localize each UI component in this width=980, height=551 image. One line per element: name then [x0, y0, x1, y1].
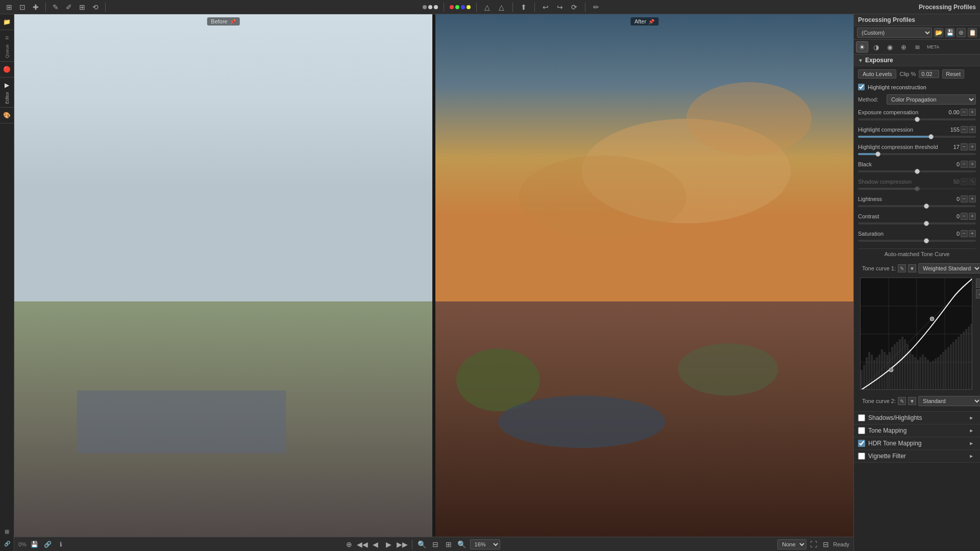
black-thumb[interactable]	[915, 169, 920, 174]
hct-plus[interactable]: +	[969, 143, 976, 151]
zoom-fit-icon[interactable]: ⊟	[430, 539, 440, 549]
tc-side-btn-2[interactable]: ↔	[976, 289, 980, 298]
vignette-filter-title[interactable]: Vignette Filter ▼	[854, 450, 980, 462]
svg-rect-33	[884, 352, 886, 390]
reset-btn[interactable]: Reset	[942, 69, 964, 79]
fit-select[interactable]: None	[777, 539, 806, 549]
hct-minus[interactable]: −	[961, 143, 968, 151]
sidebar-editor[interactable]: ▶	[2, 80, 13, 91]
saturation-minus[interactable]: −	[961, 230, 968, 237]
svg-rect-45	[914, 357, 916, 390]
exposure-compensation-thumb[interactable]	[915, 117, 920, 122]
fullscreen-icon[interactable]: ⛶	[808, 539, 819, 549]
exposure-compensation-plus[interactable]: +	[969, 109, 976, 116]
highlight-reconstruction-checkbox[interactable]	[858, 84, 865, 90]
tab-raw[interactable]: ≋	[911, 41, 923, 53]
tone-mapping-checkbox[interactable]	[858, 427, 865, 434]
toolbar-pencil[interactable]: ✏	[591, 2, 601, 12]
pp-paste-btn[interactable]: 📋	[968, 28, 977, 37]
lightness-minus[interactable]: −	[961, 195, 968, 203]
contrast-plus[interactable]: +	[969, 213, 976, 220]
shadow-compression-minus[interactable]: −	[961, 178, 968, 185]
shadows-highlights-title[interactable]: Shadows/Highlights ▼	[854, 412, 980, 424]
sidebar-color[interactable]: 🔴	[2, 64, 13, 75]
highlight-compression-minus[interactable]: −	[961, 126, 968, 133]
toolbar-triangle-2[interactable]: △	[497, 2, 507, 12]
pp-copy-btn[interactable]: ⊕	[957, 28, 966, 37]
method-select[interactable]: Color Propagation Luminance Recovery Ble…	[887, 94, 976, 105]
after-pin-icon[interactable]: 📌	[648, 19, 654, 24]
nav-icon-2[interactable]: ◀◀	[357, 539, 368, 549]
saturation-thumb[interactable]	[924, 238, 929, 243]
hdr-tone-mapping-title[interactable]: HDR Tone Mapping ▼	[854, 437, 980, 449]
sidebar-section-1: 📁	[0, 16, 14, 30]
toolbar-icon-3[interactable]: ✎	[51, 2, 61, 12]
nav-icon-1[interactable]: ⊕	[344, 539, 354, 549]
nav-icon-3[interactable]: ◀	[371, 539, 381, 549]
tab-meta[interactable]: META	[925, 41, 941, 53]
toolbar-icon-6[interactable]: ⟲	[90, 2, 101, 12]
tab-transform[interactable]: ⊕	[897, 41, 910, 53]
black-minus[interactable]: −	[961, 161, 968, 168]
zoom-in-icon[interactable]: 🔍	[417, 539, 427, 549]
nav-icon-4[interactable]: ▶	[384, 539, 394, 549]
tc2-mode-icon[interactable]: ▼	[908, 397, 916, 405]
saturation-plus[interactable]: +	[969, 230, 976, 237]
vignette-filter-checkbox[interactable]	[858, 453, 865, 460]
highlight-compression-thumb[interactable]	[928, 134, 934, 139]
zoom-100-icon[interactable]: ⊞	[444, 539, 454, 549]
pp-load-btn[interactable]: 📂	[934, 28, 943, 37]
sidebar-color-wheel[interactable]: 🎨	[2, 110, 13, 121]
highlight-compression-plus[interactable]: +	[969, 126, 976, 133]
clip-value-input[interactable]	[919, 70, 939, 78]
tone-mapping-title[interactable]: Tone Mapping ▼	[854, 424, 980, 437]
hdr-tone-mapping-checkbox[interactable]	[858, 440, 865, 447]
zoom-out-icon[interactable]: 🔍	[457, 539, 467, 549]
black-plus[interactable]: +	[969, 161, 976, 168]
shadow-compression-thumb[interactable]	[915, 186, 920, 191]
vignette-filter-label: Vignette Filter	[868, 453, 969, 460]
tab-color[interactable]: ◑	[870, 41, 882, 53]
tc2-select[interactable]: Standard Weighted Standard Film-like	[918, 396, 980, 406]
sidebar-file-browser[interactable]: 📁	[2, 16, 13, 28]
before-pin-icon[interactable]: 📌	[230, 19, 236, 24]
toolbar-icon-1[interactable]: ⊡	[17, 2, 28, 12]
toolbar-undo[interactable]: ↩	[541, 2, 551, 12]
exposure-header[interactable]: ▼ Exposure	[854, 55, 980, 66]
tc2-pencil-icon[interactable]: ✎	[898, 397, 906, 405]
toolbar-icon-0[interactable]: ⊞	[4, 2, 14, 12]
bottom-link-icon[interactable]: 🔗	[43, 539, 53, 549]
toolbar-icon-2[interactable]: ✚	[31, 2, 41, 12]
contrast-thumb[interactable]	[924, 221, 929, 226]
toolbar-icon-4[interactable]: ✐	[64, 2, 74, 12]
toolbar-triangle-1[interactable]: △	[482, 2, 493, 12]
toolbar-save[interactable]: ⬆	[519, 2, 529, 12]
split-icon[interactable]: ⊟	[821, 539, 831, 549]
sidebar-bottom-1[interactable]: ▦	[2, 525, 13, 537]
shadows-highlights-checkbox[interactable]	[858, 414, 865, 421]
contrast-minus[interactable]: −	[961, 213, 968, 220]
tc-side-btn-1[interactable]: ↕	[976, 279, 980, 288]
tc1-pencil-icon[interactable]: ✎	[898, 264, 906, 272]
tab-detail[interactable]: ◉	[884, 41, 896, 53]
tc1-select[interactable]: Weighted Standard Standard Film-like	[918, 263, 980, 273]
lightness-thumb[interactable]	[924, 204, 929, 209]
toolbar-sync[interactable]: ⟳	[569, 2, 579, 12]
sidebar-queue[interactable]: ≡	[2, 32, 13, 43]
bottom-info-icon[interactable]: ℹ	[56, 539, 66, 549]
lightness-plus[interactable]: +	[969, 195, 976, 203]
toolbar-icon-5[interactable]: ⊞	[77, 2, 87, 12]
nav-icon-5[interactable]: ▶▶	[397, 539, 407, 549]
bottom-save-icon[interactable]: 💾	[30, 539, 40, 549]
sidebar-bottom-2[interactable]: 🔗	[2, 538, 13, 549]
pp-select[interactable]: (Custom)	[857, 28, 932, 38]
hct-thumb[interactable]	[875, 152, 880, 157]
zoom-select[interactable]: 16% 25% 50% 100%	[470, 539, 500, 549]
toolbar-redo[interactable]: ↪	[555, 2, 565, 12]
pp-save-btn[interactable]: 💾	[945, 28, 954, 37]
tab-exposure[interactable]: ☀	[856, 41, 868, 53]
shadow-compression-expand[interactable]: ⤡	[969, 178, 976, 185]
tc1-mode-icon[interactable]: ▼	[908, 264, 916, 272]
exposure-compensation-minus[interactable]: −	[961, 109, 968, 116]
auto-levels-btn[interactable]: Auto Levels	[858, 69, 896, 79]
